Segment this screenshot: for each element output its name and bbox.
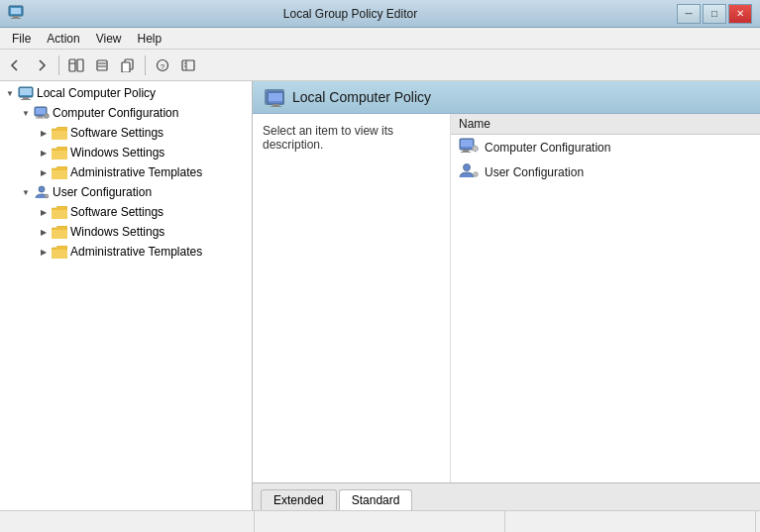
toolbar-separator-2 (145, 55, 146, 75)
window-title: Local Group Policy Editor (24, 7, 677, 21)
tree-label-windows-settings-computer: Windows Settings (70, 146, 164, 160)
tree-node-admin-templates-user[interactable]: ▶ Administrative Templates (0, 242, 252, 262)
title-bar: Local Group Policy Editor ─ □ ✕ (0, 0, 760, 28)
svg-rect-3 (11, 18, 21, 19)
right-content-area: Select an item to view its description. … (253, 114, 760, 482)
right-panel-header: Local Computer Policy (253, 81, 760, 114)
menu-action[interactable]: Action (39, 30, 87, 48)
svg-rect-38 (271, 106, 281, 107)
expand-icon: ▼ (18, 184, 34, 200)
svg-rect-24 (38, 116, 43, 118)
svg-rect-23 (36, 108, 46, 114)
folder-icon (52, 145, 67, 160)
list-column-header: Name (451, 114, 760, 135)
svg-rect-14 (182, 60, 194, 70)
policy-icon (18, 85, 34, 101)
tree-label-admin-templates-user: Administrative Templates (70, 245, 202, 259)
svg-rect-21 (21, 99, 31, 100)
tree-label-software-settings-computer: Software Settings (70, 126, 163, 140)
svg-point-31 (39, 186, 45, 192)
tree-node-local-computer-policy[interactable]: ▼ Local Computer Policy (0, 83, 252, 103)
svg-rect-36 (269, 93, 282, 101)
name-column-header: Name (459, 117, 490, 131)
tree-node-windows-settings-computer[interactable]: ▶ Windows Settings (0, 143, 252, 162)
list-item-label-computer-configuration: Computer Configuration (485, 141, 610, 155)
restore-button[interactable]: □ (703, 4, 726, 24)
svg-rect-40 (461, 140, 473, 147)
expand-icon: ▶ (36, 224, 52, 240)
list-item-computer-configuration[interactable]: Computer Configuration (451, 135, 760, 160)
toolbar: ? (0, 50, 760, 81)
folder-icon (52, 125, 67, 141)
properties-button[interactable] (176, 53, 200, 77)
minimize-button[interactable]: ─ (677, 4, 701, 24)
header-policy-icon (265, 89, 284, 105)
right-panel-title: Local Computer Policy (292, 89, 431, 105)
tree-label-local-computer-policy: Local Computer Policy (37, 86, 156, 100)
user-config-list-icon (459, 162, 479, 181)
copy-button[interactable] (116, 53, 140, 77)
window-controls: ─ □ ✕ (677, 4, 752, 24)
show-hide-tree-button[interactable] (64, 53, 88, 77)
folder-icon (52, 204, 67, 220)
right-panel: Local Computer Policy Select an item to … (253, 81, 760, 510)
description-text: Select an item to view its description. (263, 124, 393, 152)
tree-label-software-settings-user: Software Settings (70, 205, 163, 219)
status-segment-3 (505, 511, 756, 532)
menu-help[interactable]: Help (130, 30, 170, 48)
status-segment-1 (4, 511, 255, 532)
tree-label-windows-settings-user: Windows Settings (70, 225, 164, 239)
svg-rect-1 (11, 8, 21, 14)
svg-rect-19 (20, 88, 32, 95)
svg-rect-42 (461, 152, 471, 153)
main-area: ▼ Local Computer Policy ▼ (0, 81, 760, 510)
svg-point-48 (464, 164, 471, 171)
menu-file[interactable]: File (4, 30, 39, 48)
tree-panel: ▼ Local Computer Policy ▼ (0, 81, 253, 510)
computer-config-list-icon (459, 138, 479, 157)
tab-standard[interactable]: Standard (339, 489, 413, 510)
tree-node-computer-configuration[interactable]: ▼ Computer Configuration (0, 103, 252, 123)
svg-rect-37 (272, 104, 279, 106)
app-icon (8, 4, 24, 23)
close-button[interactable]: ✕ (728, 4, 752, 24)
tree-node-admin-templates-computer[interactable]: ▶ Administrative Templates (0, 162, 252, 182)
tab-extended[interactable]: Extended (261, 489, 337, 510)
bottom-tabs: Extended Standard (253, 482, 760, 510)
expand-icon: ▶ (36, 204, 52, 220)
status-bar (0, 510, 760, 532)
help-button[interactable]: ? (151, 53, 174, 77)
forward-button[interactable] (30, 53, 54, 77)
user-config-icon (34, 184, 50, 200)
expand-icon: ▶ (36, 145, 52, 160)
svg-rect-11 (122, 62, 130, 72)
tree-node-windows-settings-user[interactable]: ▶ Windows Settings (0, 222, 252, 242)
tree-node-software-settings-user[interactable]: ▶ Software Settings (0, 202, 252, 222)
menu-bar: File Action View Help (0, 28, 760, 50)
svg-rect-41 (463, 150, 469, 152)
computer-config-icon (34, 105, 50, 121)
list-item-label-user-configuration: User Configuration (485, 165, 584, 179)
svg-rect-4 (69, 59, 75, 71)
svg-rect-5 (77, 59, 83, 71)
svg-rect-7 (97, 60, 107, 70)
back-button[interactable] (4, 53, 28, 77)
folder-icon (52, 244, 67, 260)
expand-icon: ▶ (36, 125, 52, 141)
expand-icon: ▼ (18, 105, 34, 121)
list-item-user-configuration[interactable]: User Configuration (451, 160, 760, 184)
list-panel: Name (451, 114, 760, 482)
expand-icon: ▶ (36, 244, 52, 260)
status-segment-2 (255, 511, 505, 532)
tree-node-user-configuration[interactable]: ▼ User Configuration (0, 182, 252, 202)
toolbar-separator-1 (58, 55, 59, 75)
svg-rect-25 (36, 118, 45, 119)
description-panel: Select an item to view its description. (253, 114, 451, 482)
tree-node-software-settings-computer[interactable]: ▶ Software Settings (0, 123, 252, 143)
folder-icon (52, 164, 67, 180)
up-button[interactable] (90, 53, 114, 77)
folder-icon (52, 224, 67, 240)
tree-label-computer-configuration: Computer Configuration (53, 106, 178, 120)
svg-rect-20 (23, 97, 29, 99)
menu-view[interactable]: View (88, 30, 130, 48)
